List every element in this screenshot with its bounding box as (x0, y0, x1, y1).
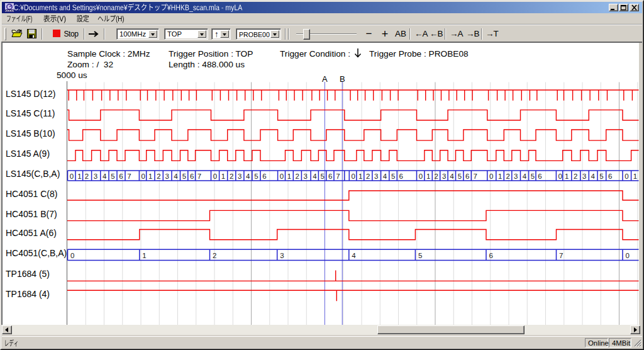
svg-text:4: 4 (103, 172, 107, 180)
svg-text:3: 3 (165, 172, 169, 180)
svg-text:3: 3 (304, 172, 308, 180)
svg-text:LS145(C,B,A): LS145(C,B,A) (6, 169, 60, 179)
svg-text:LS145 B(10): LS145 B(10) (6, 128, 55, 138)
svg-text:3: 3 (94, 172, 97, 180)
svg-text:4: 4 (523, 172, 527, 180)
svg-text:HC4051 A(6): HC4051 A(6) (6, 228, 57, 238)
svg-text:1: 1 (426, 172, 430, 180)
svg-text:0: 0 (419, 172, 423, 180)
svg-text:5: 5 (254, 172, 258, 180)
svg-text:LS145 A(9): LS145 A(9) (6, 149, 50, 159)
svg-text:5: 5 (531, 172, 535, 180)
svg-text:3: 3 (238, 172, 242, 180)
svg-text:HC4051(C,B,A): HC4051(C,B,A) (6, 248, 67, 258)
svg-text:6: 6 (489, 252, 493, 259)
svg-text:4: 4 (352, 252, 356, 259)
svg-text:5: 5 (599, 172, 603, 180)
svg-text:3: 3 (582, 172, 586, 180)
svg-text:HC4051 C(8): HC4051 C(8) (6, 189, 57, 199)
svg-text:2: 2 (85, 172, 89, 180)
svg-text:1: 1 (358, 172, 362, 180)
svg-text:3: 3 (280, 252, 284, 259)
svg-text:6: 6 (262, 172, 266, 180)
svg-text:7: 7 (559, 252, 563, 259)
svg-text:0: 0 (625, 172, 628, 180)
svg-text:LS145 D(12): LS145 D(12) (6, 89, 55, 99)
svg-text:TP1684 (5): TP1684 (5) (6, 269, 50, 279)
svg-text:6: 6 (608, 172, 612, 180)
svg-text:2: 2 (574, 172, 577, 180)
svg-text:HC4051 B(7): HC4051 B(7) (6, 209, 57, 219)
svg-text:6: 6 (119, 172, 123, 180)
svg-text:2: 2 (213, 252, 216, 259)
svg-text:4: 4 (174, 172, 178, 180)
svg-text:5: 5 (111, 172, 114, 180)
svg-text:5: 5 (458, 172, 462, 180)
svg-text:7: 7 (197, 172, 201, 180)
svg-text:1: 1 (565, 172, 569, 180)
svg-text:A: A (322, 74, 328, 84)
svg-text:6: 6 (399, 172, 403, 180)
svg-text:5: 5 (418, 252, 422, 259)
svg-text:2: 2 (230, 172, 233, 180)
svg-text:0: 0 (70, 172, 74, 180)
svg-text:3: 3 (374, 172, 378, 180)
svg-text:0: 0 (489, 172, 493, 180)
svg-text:2: 2 (157, 172, 160, 180)
svg-text:6: 6 (538, 172, 541, 180)
svg-text:0: 0 (352, 172, 355, 180)
svg-text:3: 3 (442, 172, 446, 180)
svg-text:6: 6 (190, 172, 194, 180)
svg-text:0: 0 (142, 172, 145, 180)
svg-text:TP1684 (4): TP1684 (4) (6, 289, 50, 299)
svg-text:1: 1 (148, 172, 152, 180)
svg-text:1: 1 (77, 172, 81, 180)
svg-text:7: 7 (474, 172, 477, 180)
svg-text:1: 1 (498, 172, 502, 180)
svg-text:6: 6 (465, 172, 469, 180)
svg-text:4: 4 (383, 172, 387, 180)
svg-text:7: 7 (336, 172, 340, 180)
svg-text:2: 2 (506, 172, 510, 180)
svg-text:2: 2 (435, 172, 438, 180)
svg-text:4: 4 (591, 172, 596, 180)
svg-text:4: 4 (313, 172, 317, 180)
svg-text:0: 0 (626, 252, 630, 259)
svg-text:1: 1 (287, 172, 291, 180)
svg-text:2: 2 (296, 172, 299, 180)
svg-text:5: 5 (182, 172, 186, 180)
svg-text:5: 5 (391, 172, 395, 180)
svg-text:3: 3 (514, 172, 518, 180)
svg-text:0: 0 (70, 252, 74, 259)
svg-text:5: 5 (321, 172, 325, 180)
svg-text:B: B (340, 74, 345, 84)
svg-text:2: 2 (366, 172, 370, 180)
svg-text:LS145 C(11): LS145 C(11) (6, 108, 55, 118)
svg-text:7: 7 (127, 172, 131, 180)
svg-text:1: 1 (221, 172, 225, 180)
svg-text:4: 4 (450, 172, 454, 180)
svg-text:0: 0 (558, 172, 562, 180)
svg-text:4: 4 (246, 172, 250, 180)
svg-text:6: 6 (328, 172, 332, 180)
svg-text:0: 0 (213, 172, 217, 180)
svg-text:1: 1 (633, 172, 637, 180)
svg-text:0: 0 (280, 172, 284, 180)
svg-text:1: 1 (142, 252, 146, 259)
